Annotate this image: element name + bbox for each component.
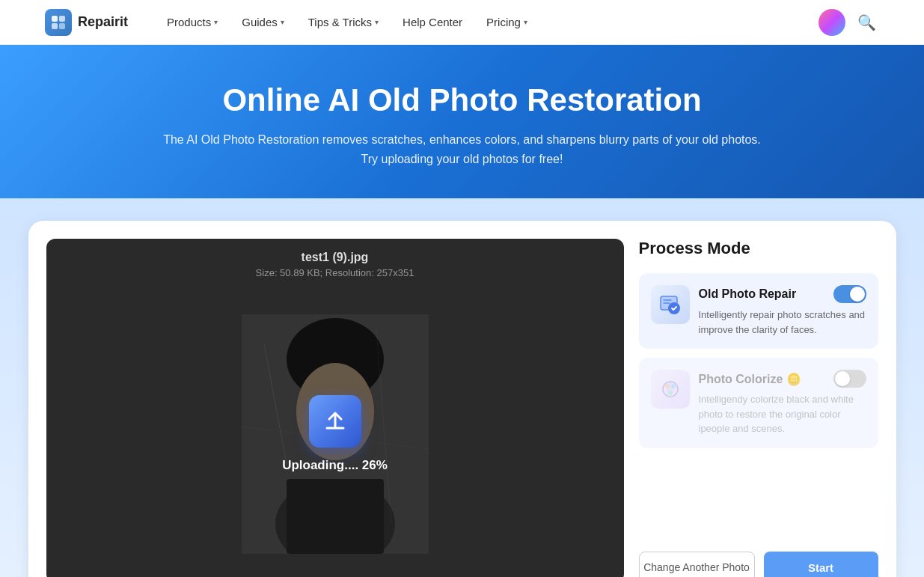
chevron-icon: ▾ — [214, 18, 218, 26]
bottom-buttons: Change Another Photo Start — [639, 552, 878, 577]
logo-text: Repairit — [78, 14, 128, 30]
premium-icon: 🪙 — [786, 373, 801, 385]
photo-info: test1 (9).jpg Size: 50.89 KB; Resolution… — [46, 239, 624, 284]
avatar[interactable] — [819, 9, 845, 36]
mode-header-colorize: Photo Colorize 🪙 — [699, 370, 866, 388]
svg-point-22 — [671, 384, 676, 388]
mode-icon-repair — [651, 285, 690, 324]
photo-filename: test1 (9).jpg — [46, 251, 624, 264]
logo-icon — [45, 9, 72, 36]
upload-progress-text: Uploading.... 26% — [282, 458, 388, 473]
toggle-colorize[interactable] — [833, 370, 866, 388]
mode-label-colorize: Photo Colorize 🪙 — [699, 372, 804, 386]
nav-guides[interactable]: Guides ▾ — [233, 10, 293, 34]
mode-desc-colorize: Intelligendy colorize black and white ph… — [699, 392, 866, 436]
search-icon[interactable]: 🔍 — [854, 10, 879, 34]
svg-rect-0 — [52, 16, 58, 22]
toggle-repair[interactable] — [833, 285, 866, 303]
mode-header-repair: Old Photo Repair — [699, 285, 866, 303]
start-button[interactable]: Start — [764, 552, 878, 577]
chevron-icon: ▾ — [524, 18, 527, 26]
svg-point-23 — [668, 391, 673, 395]
chevron-icon: ▾ — [375, 18, 379, 26]
process-title: Process Mode — [639, 239, 878, 258]
svg-rect-1 — [59, 16, 65, 22]
main-card: test1 (9).jpg Size: 50.89 KB; Resolution… — [28, 221, 896, 577]
mode-desc-repair: Intelligently repair photo scratches and… — [699, 308, 866, 337]
hero-title: Online AI Old Photo Restoration — [15, 82, 909, 118]
mode-item-repair: Old Photo Repair Intelligently repair ph… — [639, 273, 878, 349]
right-panel: Process Mode Old Photo Repair — [639, 239, 878, 577]
mode-icon-colorize — [651, 370, 690, 409]
change-photo-button[interactable]: Change Another Photo — [639, 552, 755, 577]
mode-label-repair: Old Photo Repair — [699, 287, 797, 301]
navbar: Repairit Products ▾ Guides ▾ Tips & Tric… — [0, 0, 924, 45]
photo-preview: Uploading.... 26% — [46, 284, 624, 577]
svg-rect-2 — [52, 23, 58, 29]
photo-panel: test1 (9).jpg Size: 50.89 KB; Resolution… — [46, 239, 624, 577]
chevron-icon: ▾ — [281, 18, 284, 26]
hero-subtitle: The AI Old Photo Restoration removes scr… — [163, 130, 762, 168]
nav-products[interactable]: Products ▾ — [158, 10, 227, 34]
mode-content-colorize: Photo Colorize 🪙 Intelligendy colorize b… — [699, 370, 866, 436]
mode-content-repair: Old Photo Repair Intelligently repair ph… — [699, 285, 866, 337]
svg-point-21 — [665, 384, 670, 388]
toggle-knob-repair — [850, 287, 865, 302]
toggle-knob-colorize — [835, 371, 850, 386]
hero-section: Online AI Old Photo Restoration The AI O… — [0, 45, 924, 198]
mode-item-colorize: Photo Colorize 🪙 Intelligendy colorize b… — [639, 358, 878, 448]
nav-items: Products ▾ Guides ▾ Tips & Tricks ▾ Help… — [158, 10, 819, 34]
photo-meta: Size: 50.89 KB; Resolution: 257x351 — [46, 267, 624, 278]
nav-right: 🔍 — [819, 9, 879, 36]
svg-rect-3 — [59, 23, 65, 29]
nav-tips-tricks[interactable]: Tips & Tricks ▾ — [299, 10, 388, 34]
main-content: test1 (9).jpg Size: 50.89 KB; Resolution… — [0, 198, 924, 577]
nav-pricing[interactable]: Pricing ▾ — [477, 10, 536, 34]
logo[interactable]: Repairit — [45, 9, 128, 36]
nav-help-center[interactable]: Help Center — [394, 10, 471, 34]
